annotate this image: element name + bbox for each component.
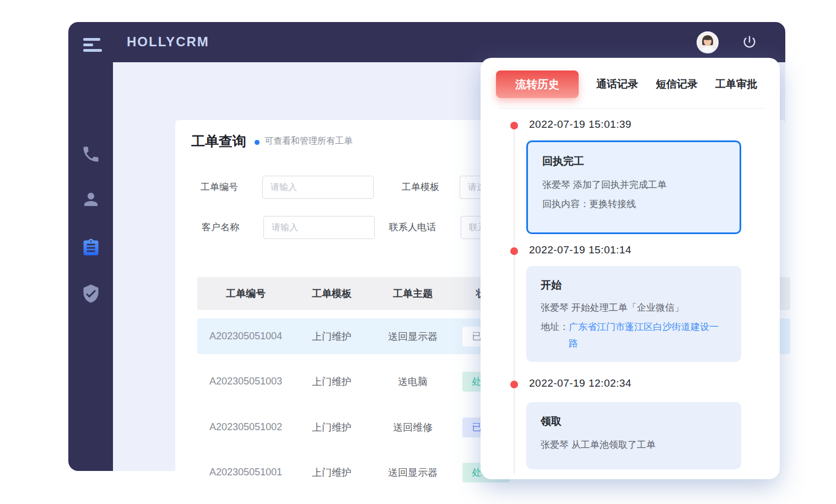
customer-name-input[interactable] bbox=[263, 216, 375, 239]
filter-label-customer: 客户名称 bbox=[202, 216, 239, 239]
table-header-order-id: 工单编号 bbox=[197, 287, 294, 300]
topbar: HOLLYCRM bbox=[68, 22, 785, 62]
timeline-timestamp: 2022-07-19 15:01:14 bbox=[529, 244, 632, 256]
sidebar-item-contacts[interactable] bbox=[81, 189, 101, 209]
timeline-card-text: 张爱琴 添加了回执并完成工单 bbox=[542, 175, 725, 194]
logout-power-icon[interactable] bbox=[742, 34, 757, 50]
detail-panel: 流转历史 通话记录 短信记录 工单审批 2022-07-19 15:01:39 … bbox=[481, 58, 780, 479]
timeline-card-text: 回执内容：更换转接线 bbox=[542, 194, 725, 214]
user-avatar[interactable] bbox=[697, 31, 719, 53]
timeline-dot bbox=[510, 247, 518, 255]
timeline-timestamp: 2022-07-19 15:01:39 bbox=[529, 118, 632, 131]
timeline-line bbox=[514, 129, 515, 474]
tab-order-approval[interactable]: 工单审批 bbox=[715, 77, 757, 91]
shield-check-icon bbox=[81, 284, 101, 304]
timeline-card-title: 回执完工 bbox=[542, 154, 725, 169]
page-title: 工单查询 bbox=[191, 132, 246, 150]
address-link[interactable]: 广东省江门市蓬江区白沙街道建设一路 bbox=[569, 319, 723, 352]
timeline-card-start[interactable]: 开始 张爱琴 开始处理工单「企业微信」 地址： 广东省江门市蓬江区白沙街道建设一… bbox=[526, 266, 741, 362]
subtitle-dot bbox=[255, 140, 260, 145]
panel-tabs: 流转历史 通话记录 短信记录 工单审批 bbox=[496, 71, 757, 98]
timeline-timestamp: 2022-07-19 12:02:34 bbox=[529, 377, 632, 389]
phone-icon bbox=[81, 144, 101, 164]
timeline-dot bbox=[510, 122, 518, 129]
menu-toggle-icon[interactable] bbox=[83, 38, 102, 53]
work-orders-icon bbox=[81, 238, 101, 258]
sidebar-item-phone[interactable] bbox=[81, 144, 101, 164]
tab-call-records[interactable]: 通话记录 bbox=[596, 77, 638, 91]
address-label: 地址： bbox=[541, 319, 569, 352]
avatar-image bbox=[698, 32, 718, 52]
timeline-card-completed[interactable]: 回执完工 张爱琴 添加了回执并完成工单 回执内容：更换转接线 bbox=[526, 140, 741, 234]
screen: HOLLYCRM bbox=[0, 0, 836, 504]
filter-label-order-id: 工单编号 bbox=[201, 176, 238, 199]
sidebar bbox=[68, 62, 113, 471]
contacts-icon bbox=[81, 189, 101, 209]
timeline-card-title: 开始 bbox=[541, 278, 727, 292]
brand-logo: HOLLYCRM bbox=[127, 34, 209, 50]
sidebar-item-security[interactable] bbox=[81, 284, 101, 304]
table-header-template: 工单模板 bbox=[294, 287, 369, 300]
timeline-card-claim[interactable]: 领取 张爱琴 从工单池领取了工单 bbox=[526, 402, 741, 469]
table-header-subject: 工单主题 bbox=[369, 287, 456, 300]
page-subtitle: 可查看和管理所有工单 bbox=[265, 136, 353, 147]
tabs-divider bbox=[499, 108, 766, 109]
filter-label-template: 工单模板 bbox=[402, 176, 439, 199]
timeline-dot bbox=[510, 381, 518, 388]
tab-flow-history[interactable]: 流转历史 bbox=[496, 71, 579, 98]
sidebar-item-work-orders[interactable] bbox=[81, 238, 101, 258]
tab-sms-records[interactable]: 短信记录 bbox=[656, 77, 698, 91]
timeline-card-title: 领取 bbox=[541, 414, 727, 429]
timeline-card-text: 张爱琴 开始处理工单「企业微信」 bbox=[541, 299, 727, 317]
filter-label-contact-phone: 联系人电话 bbox=[389, 216, 436, 239]
timeline-card-text: 张爱琴 从工单池领取了工单 bbox=[541, 435, 727, 454]
order-id-input[interactable] bbox=[262, 176, 374, 199]
